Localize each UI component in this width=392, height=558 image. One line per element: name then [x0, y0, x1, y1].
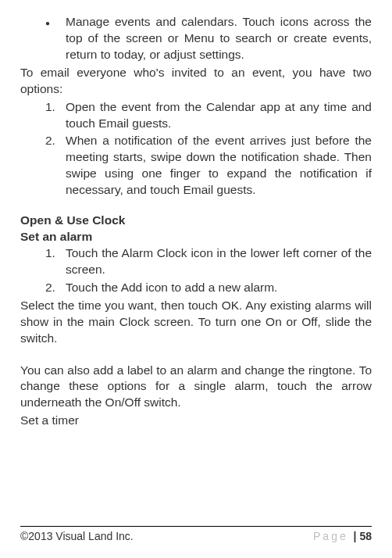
- bullet-mark: ●: [45, 14, 66, 63]
- paragraph-2: You can also add a label to an alarm and…: [20, 363, 372, 412]
- num-mark: 2.: [45, 280, 66, 296]
- page-number: 58: [359, 530, 372, 542]
- num-mark: 2.: [45, 133, 66, 199]
- page-label: Page: [313, 530, 354, 542]
- num-text: Touch the Add icon to add a new alarm.: [66, 280, 372, 296]
- page-footer: ©2013 Visual Land Inc. Page | 58: [20, 526, 372, 544]
- paragraph-1: Select the time you want, then touch OK.…: [20, 298, 372, 347]
- list-item-1: 1. Open the event from the Calendar app …: [45, 99, 372, 132]
- paragraph-intro: To email everyone who's invited to an ev…: [20, 65, 372, 98]
- num-text: Open the event from the Calendar app at …: [66, 99, 372, 132]
- spacer: [20, 349, 372, 363]
- paragraph-3: Set a timer: [20, 413, 372, 429]
- num-mark: 1.: [45, 99, 66, 132]
- num-mark: 1.: [45, 245, 66, 278]
- list-item-2: 2. When a notification of the event arri…: [45, 133, 372, 199]
- list-item-2b: 2. Touch the Add icon to add a new alarm…: [45, 280, 372, 296]
- num-text: Touch the Alarm Clock icon in the lower …: [66, 245, 372, 278]
- num-text: When a notification of the event arrives…: [66, 133, 372, 199]
- bullet-text: Manage events and calendars. Touch icons…: [66, 14, 372, 63]
- section-subheading: Set an alarm: [20, 229, 372, 245]
- footer-copyright: ©2013 Visual Land Inc.: [20, 529, 134, 544]
- footer-page: Page | 58: [313, 529, 372, 544]
- list-item-1b: 1. Touch the Alarm Clock icon in the low…: [45, 245, 372, 278]
- section-heading: Open & Use Clock: [20, 213, 372, 229]
- bullet-item: ● Manage events and calendars. Touch ico…: [45, 14, 372, 63]
